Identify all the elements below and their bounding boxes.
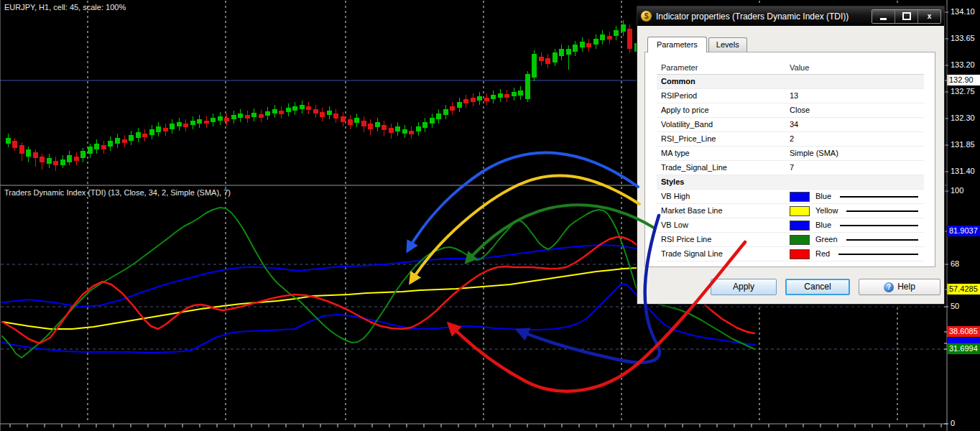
param-label: VB High bbox=[657, 190, 790, 203]
color-name: Yellow bbox=[815, 204, 838, 218]
trading-terminal: EURJPY, H1, cell: 45, scale: 100% Trader… bbox=[0, 0, 980, 431]
dialog-tabs: Parameters Levels bbox=[647, 36, 749, 52]
tab-levels[interactable]: Levels bbox=[708, 37, 747, 52]
axis-price-label: 133.65 bbox=[947, 33, 975, 44]
maximize-button[interactable] bbox=[895, 10, 917, 23]
axis-price-label: 134.10 bbox=[947, 6, 975, 17]
axis-price-label: 57.4285 bbox=[947, 284, 980, 295]
minimize-icon bbox=[880, 18, 887, 20]
param-label: Market Base Line bbox=[657, 204, 790, 218]
section-row-styles: Styles bbox=[657, 175, 924, 190]
tab-parameters[interactable]: Parameters bbox=[647, 37, 707, 52]
dialog-body: Parameters Levels Parameter Value Common… bbox=[637, 26, 944, 304]
axis-price-label: 131.85 bbox=[947, 139, 975, 150]
param-row-vb-low[interactable]: VB LowBlue bbox=[657, 218, 924, 233]
indicator-dialog-icon: $ bbox=[641, 11, 652, 22]
axis-price-label: 132.90 bbox=[947, 75, 980, 85]
axis-price-label: 38.6085 bbox=[947, 326, 980, 337]
axis-price-label: 132.30 bbox=[947, 113, 975, 124]
param-value[interactable]: 2 bbox=[790, 132, 924, 146]
param-label: Common bbox=[657, 75, 790, 88]
dialog-titlebar[interactable]: $ Indicator properties (Traders Dynamic … bbox=[637, 6, 944, 27]
param-row-vb-high[interactable]: VB HighBlue bbox=[657, 190, 924, 204]
chart-symbol-header: EURJPY, H1, cell: 45, scale: 100% bbox=[4, 3, 126, 11]
param-row-market-base-line[interactable]: Market Base LineYellow bbox=[657, 204, 924, 218]
param-label: Volatility_Band bbox=[657, 118, 790, 131]
section-row-common: Common bbox=[657, 75, 924, 89]
style-value: Yellow bbox=[790, 204, 924, 218]
style-value: Red bbox=[790, 247, 924, 261]
color-swatch[interactable] bbox=[790, 221, 810, 231]
line-style-sample[interactable] bbox=[840, 225, 918, 226]
style-value: Green bbox=[790, 233, 924, 246]
column-header-parameter: Parameter bbox=[657, 61, 790, 74]
color-name: Blue bbox=[815, 218, 831, 232]
minimize-button[interactable] bbox=[872, 10, 895, 23]
param-label: RSIPeriod bbox=[657, 89, 790, 103]
param-label: Styles bbox=[657, 175, 790, 189]
param-row-rsi-price-line[interactable]: RSI_Price_Line2 bbox=[657, 132, 924, 147]
style-value: Blue bbox=[790, 218, 924, 232]
param-label: Trade Signal Line bbox=[657, 247, 790, 261]
axis-price-label: 31.6994 bbox=[947, 343, 980, 354]
maximize-icon bbox=[902, 12, 911, 20]
tdi-indicator-header: Traders Dynamic Index (TDI) (13, Close, … bbox=[4, 188, 231, 197]
param-label: Apply to price bbox=[657, 103, 790, 117]
param-value[interactable]: 34 bbox=[790, 118, 924, 131]
param-row-trade-signal-line[interactable]: Trade Signal LineRed bbox=[657, 247, 924, 261]
column-header-value: Value bbox=[790, 61, 924, 74]
indicator-properties-dialog: $ Indicator properties (Traders Dynamic … bbox=[637, 6, 945, 305]
axis-price-label: 0 bbox=[947, 418, 955, 429]
color-swatch[interactable] bbox=[790, 192, 810, 202]
price-axis[interactable]: 134.10133.65133.20132.90132.75132.30131.… bbox=[947, 0, 980, 431]
axis-price-label: 50 bbox=[947, 301, 959, 312]
param-row-apply-to-price[interactable]: Apply to priceClose bbox=[657, 103, 924, 118]
color-swatch[interactable] bbox=[790, 206, 810, 216]
param-value[interactable]: 13 bbox=[790, 89, 924, 103]
parameters-table: Parameter Value CommonRSIPeriod13Apply t… bbox=[657, 61, 924, 261]
color-name: Red bbox=[815, 247, 830, 261]
line-style-sample[interactable] bbox=[840, 196, 918, 198]
axis-price-label: 81.9037 bbox=[947, 226, 980, 236]
param-table-body: CommonRSIPeriod13Apply to priceCloseVola… bbox=[657, 75, 924, 261]
param-label: VB Low bbox=[657, 218, 790, 232]
parameters-tab-page: Parameter Value CommonRSIPeriod13Apply t… bbox=[644, 52, 935, 267]
line-style-sample[interactable] bbox=[838, 254, 918, 255]
axis-price-label: 100 bbox=[947, 185, 963, 196]
color-name: Blue bbox=[815, 190, 831, 203]
param-label: RSI Price Line bbox=[657, 233, 790, 246]
param-row-volatility-band[interactable]: Volatility_Band34 bbox=[657, 118, 924, 132]
param-value[interactable]: Simple (SMA) bbox=[790, 147, 924, 160]
dialog-title: Indicator properties (Traders Dynamic In… bbox=[656, 11, 872, 22]
close-button[interactable]: x bbox=[917, 10, 940, 23]
cancel-button[interactable]: Cancel bbox=[785, 279, 850, 295]
color-swatch[interactable] bbox=[790, 235, 810, 245]
window-controls: x bbox=[872, 9, 941, 24]
axis-price-label: 133.20 bbox=[947, 60, 975, 70]
line-style-sample[interactable] bbox=[846, 210, 918, 212]
axis-price-label: 131.40 bbox=[947, 166, 975, 177]
param-row-rsi-price-line[interactable]: RSI Price LineGreen bbox=[657, 233, 924, 247]
style-value: Blue bbox=[790, 190, 924, 203]
param-value[interactable]: 7 bbox=[790, 161, 924, 175]
param-label: RSI_Price_Line bbox=[657, 132, 790, 146]
param-label: MA type bbox=[657, 147, 790, 160]
axis-price-label: 68 bbox=[947, 259, 959, 269]
param-label: Trade_Signal_Line bbox=[657, 161, 790, 175]
apply-button[interactable]: Apply bbox=[711, 279, 777, 295]
table-header: Parameter Value bbox=[657, 61, 924, 75]
axis-price-label: 132.75 bbox=[947, 86, 975, 97]
param-value[interactable]: Close bbox=[790, 103, 924, 117]
param-row-trade-signal-line[interactable]: Trade_Signal_Line7 bbox=[657, 161, 924, 175]
help-button[interactable]: ?Help bbox=[859, 279, 940, 295]
help-icon: ? bbox=[884, 282, 894, 292]
line-style-sample[interactable] bbox=[846, 239, 918, 241]
color-name: Green bbox=[815, 233, 838, 246]
help-button-label: Help bbox=[897, 279, 915, 295]
param-row-rsiperiod[interactable]: RSIPeriod13 bbox=[657, 89, 924, 103]
param-row-ma-type[interactable]: MA typeSimple (SMA) bbox=[657, 147, 924, 161]
color-swatch[interactable] bbox=[790, 249, 810, 259]
